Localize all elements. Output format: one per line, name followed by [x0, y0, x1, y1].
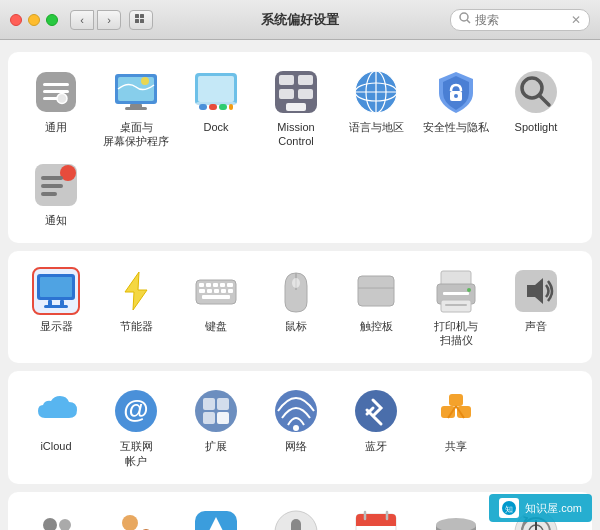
svg-rect-46	[40, 277, 72, 297]
svg-rect-98	[291, 519, 301, 530]
language-icon	[352, 68, 400, 116]
pref-sound[interactable]: 声音	[496, 261, 576, 354]
energy-icon	[112, 267, 160, 315]
sound-icon	[512, 267, 560, 315]
svg-point-63	[292, 278, 300, 288]
extensions-icon	[192, 387, 240, 435]
sharing-icon	[432, 387, 480, 435]
svg-point-13	[141, 77, 149, 85]
pref-extensions[interactable]: 扩展	[176, 381, 256, 474]
appstore-icon	[192, 508, 240, 530]
svg-line-5	[467, 20, 470, 23]
notification-icon	[32, 161, 80, 209]
display-icon	[32, 267, 80, 315]
pref-mission[interactable]: MissionControl	[256, 62, 336, 155]
svg-rect-55	[227, 283, 233, 287]
svg-rect-79	[203, 412, 215, 424]
pref-dock[interactable]: Dock	[176, 62, 256, 155]
maximize-button[interactable]	[46, 14, 58, 26]
pref-parental[interactable]: 家长控制	[96, 502, 176, 530]
pref-users[interactable]: 用户与群组	[16, 502, 96, 530]
traffic-lights	[10, 14, 58, 26]
search-input[interactable]	[475, 13, 565, 27]
pref-datetime[interactable]: 18 日期与时间	[336, 502, 416, 530]
general-icon	[32, 68, 80, 116]
pref-energy[interactable]: 节能器	[96, 261, 176, 354]
pref-bluetooth[interactable]: 蓝牙	[336, 381, 416, 474]
svg-rect-22	[229, 104, 233, 110]
svg-rect-44	[41, 192, 57, 196]
svg-rect-54	[220, 283, 225, 287]
svg-rect-60	[228, 289, 233, 293]
svg-rect-78	[217, 398, 229, 410]
bluetooth-icon	[352, 387, 400, 435]
back-button[interactable]: ‹	[70, 10, 94, 30]
svg-rect-2	[135, 19, 139, 23]
pref-icloud[interactable]: iCloud	[16, 381, 96, 474]
minimize-button[interactable]	[28, 14, 40, 26]
svg-rect-77	[203, 398, 215, 410]
pref-spotlight[interactable]: Spotlight	[496, 62, 576, 155]
pref-general[interactable]: 通用	[16, 62, 96, 155]
grid-button[interactable]	[129, 10, 153, 30]
watermark-text: 知识屋.com	[525, 501, 582, 516]
pref-language[interactable]: 语言与地区	[336, 62, 416, 155]
pref-notification[interactable]: 通知	[16, 155, 96, 233]
mouse-icon	[272, 267, 320, 315]
svg-rect-52	[206, 283, 211, 287]
pref-dictation[interactable]: 听写与语音	[256, 502, 336, 530]
svg-rect-8	[43, 90, 69, 93]
pref-internet[interactable]: @ 互联网帐户	[96, 381, 176, 474]
svg-point-90	[59, 519, 71, 530]
dictation-icon	[272, 508, 320, 530]
keyboard-label: 键盘	[205, 319, 227, 333]
icloud-label: iCloud	[40, 439, 71, 453]
pref-network[interactable]: 网络	[256, 381, 336, 474]
close-button[interactable]	[10, 14, 22, 26]
svg-point-109	[436, 518, 476, 530]
svg-point-89	[43, 518, 57, 530]
svg-rect-80	[217, 412, 229, 424]
pref-startup[interactable]: 启动磁盘	[416, 502, 496, 530]
svg-rect-15	[125, 107, 147, 110]
security-label: 安全性与隐私	[423, 120, 489, 134]
sharing-label: 共享	[445, 439, 467, 453]
sound-label: 声音	[525, 319, 547, 333]
pref-printer[interactable]: 打印机与扫描仪	[416, 261, 496, 354]
svg-rect-58	[214, 289, 219, 293]
pref-keyboard[interactable]: 键盘	[176, 261, 256, 354]
svg-rect-51	[199, 283, 204, 287]
search-box[interactable]: ✕	[450, 9, 590, 31]
svg-rect-24	[279, 75, 294, 85]
svg-text:知: 知	[505, 505, 513, 514]
users-icon	[32, 508, 80, 530]
mission-label: MissionControl	[277, 120, 314, 149]
forward-button[interactable]: ›	[97, 10, 121, 30]
parental-icon	[112, 508, 160, 530]
pref-desktop[interactable]: 桌面与屏幕保护程序	[96, 62, 176, 155]
preferences-content: 通用 桌面与屏幕保护程序	[0, 40, 600, 530]
search-icon	[459, 12, 471, 27]
printer-label: 打印机与扫描仪	[434, 319, 478, 348]
mission-icon	[272, 68, 320, 116]
pref-appstore[interactable]: App Store	[176, 502, 256, 530]
icloud-icon	[32, 387, 80, 435]
datetime-icon: 18	[352, 508, 400, 530]
svg-rect-70	[445, 304, 467, 306]
pref-trackpad[interactable]: 触控板	[336, 261, 416, 354]
pref-mouse[interactable]: 鼠标	[256, 261, 336, 354]
titlebar: ‹ › 系统偏好设置 ✕	[0, 0, 600, 40]
pref-display[interactable]: 显示器	[16, 261, 96, 354]
desktop-icon	[112, 68, 160, 116]
svg-rect-43	[41, 184, 63, 188]
trackpad-label: 触控板	[360, 319, 393, 333]
svg-rect-56	[199, 289, 205, 293]
svg-rect-0	[135, 14, 139, 18]
spotlight-label: Spotlight	[515, 120, 558, 134]
svg-rect-103	[356, 522, 396, 526]
pref-sharing[interactable]: 共享	[416, 381, 496, 474]
svg-rect-17	[198, 76, 234, 102]
pref-security[interactable]: 安全性与隐私	[416, 62, 496, 155]
search-clear-icon[interactable]: ✕	[571, 13, 581, 27]
internet-icon: @	[112, 387, 160, 435]
